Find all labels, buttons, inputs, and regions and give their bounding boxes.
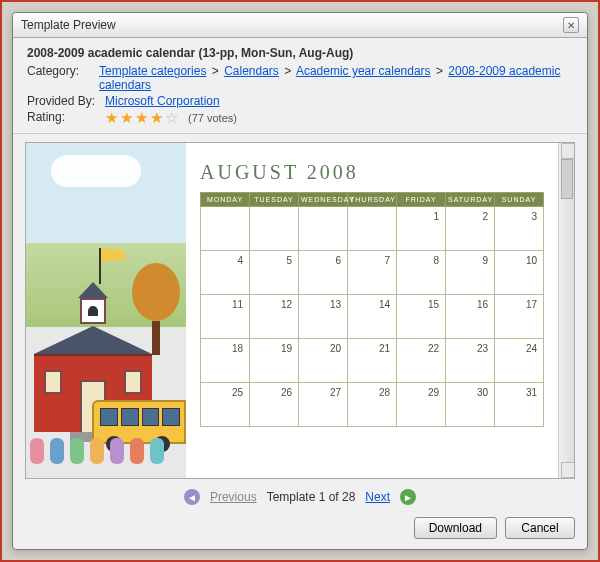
- calendar-cell: 14: [348, 295, 397, 339]
- provided-by-row: Provided By: Microsoft Corporation: [27, 94, 573, 108]
- illustration: [26, 143, 186, 478]
- calendar-cell: 6: [299, 251, 348, 295]
- scrollbar[interactable]: [558, 143, 574, 478]
- people-icon: [26, 438, 186, 468]
- breadcrumb-link[interactable]: Academic year calendars: [296, 64, 431, 78]
- calendar-cell: 2: [446, 207, 495, 251]
- calendar-cell: 5: [250, 251, 299, 295]
- rating-row: Rating: ★ ★ ★ ★ ☆ (77 votes): [27, 110, 573, 125]
- template-counter: Template 1 of 28: [267, 490, 356, 504]
- calendar-cell: 23: [446, 339, 495, 383]
- calendar-cell: 25: [201, 383, 250, 427]
- calendar-cell: [348, 207, 397, 251]
- calendar-cell: 13: [299, 295, 348, 339]
- breadcrumb-link[interactable]: Template categories: [99, 64, 206, 78]
- calendar-cell: 29: [397, 383, 446, 427]
- provided-by-label: Provided By:: [27, 94, 99, 108]
- rating-label: Rating:: [27, 110, 99, 125]
- calendar-cell: [201, 207, 250, 251]
- calendar-cell: 30: [446, 383, 495, 427]
- table-row: 25262728293031: [201, 383, 544, 427]
- day-header: TUESDAY: [250, 193, 299, 207]
- breadcrumb: Template categories > Calendars > Academ…: [99, 64, 573, 92]
- calendar-cell: 15: [397, 295, 446, 339]
- star-icon: ★: [120, 110, 133, 125]
- cancel-button[interactable]: Cancel: [505, 517, 575, 539]
- calendar-area: AUGUST 2008 MONDAY TUESDAY WEDNESDAY THU…: [186, 143, 558, 478]
- template-nav: ◄ Previous Template 1 of 28 Next ►: [13, 483, 587, 511]
- calendar-cell: 17: [495, 295, 544, 339]
- preview-content: AUGUST 2008 MONDAY TUESDAY WEDNESDAY THU…: [26, 143, 558, 478]
- table-row: 123: [201, 207, 544, 251]
- calendar-cell: 10: [495, 251, 544, 295]
- calendar-cell: 26: [250, 383, 299, 427]
- calendar-cell: 4: [201, 251, 250, 295]
- cloud-icon: [51, 155, 141, 187]
- day-header: WEDNESDAY: [299, 193, 348, 207]
- dialog-buttons: Download Cancel: [13, 511, 587, 549]
- arrow-right-icon[interactable]: ►: [400, 489, 416, 505]
- calendar-cell: 9: [446, 251, 495, 295]
- calendar-cell: 12: [250, 295, 299, 339]
- star-icon: ★: [150, 110, 163, 125]
- arrow-left-icon[interactable]: ◄: [184, 489, 200, 505]
- calendar-cell: 19: [250, 339, 299, 383]
- close-icon[interactable]: ✕: [563, 17, 579, 33]
- category-label: Category:: [27, 64, 93, 92]
- day-header: SUNDAY: [495, 193, 544, 207]
- table-row: 45678910: [201, 251, 544, 295]
- dialog-title: Template Preview: [21, 18, 116, 32]
- preview-panel: AUGUST 2008 MONDAY TUESDAY WEDNESDAY THU…: [25, 142, 575, 479]
- calendar-table: MONDAY TUESDAY WEDNESDAY THURSDAY FRIDAY…: [200, 192, 544, 427]
- calendar-cell: [299, 207, 348, 251]
- dialog-titlebar: Template Preview ✕: [13, 13, 587, 38]
- table-row: 18192021222324: [201, 339, 544, 383]
- calendar-cell: 31: [495, 383, 544, 427]
- previous-link[interactable]: Previous: [210, 490, 257, 504]
- star-icon: ★: [135, 110, 148, 125]
- rating-stars[interactable]: ★ ★ ★ ★ ☆ (77 votes): [105, 110, 237, 125]
- star-icon: ☆: [165, 110, 178, 125]
- calendar-month-title: AUGUST 2008: [200, 161, 544, 184]
- category-row: Category: Template categories > Calendar…: [27, 64, 573, 92]
- calendar-cell: 16: [446, 295, 495, 339]
- calendar-cell: 24: [495, 339, 544, 383]
- breadcrumb-link[interactable]: Calendars: [224, 64, 279, 78]
- calendar-cell: 8: [397, 251, 446, 295]
- template-preview-dialog: Template Preview ✕ 2008-2009 academic ca…: [12, 12, 588, 550]
- calendar-cell: 1: [397, 207, 446, 251]
- calendar-cell: 20: [299, 339, 348, 383]
- star-icon: ★: [105, 110, 118, 125]
- calendar-cell: 27: [299, 383, 348, 427]
- template-meta: 2008-2009 academic calendar (13-pp, Mon-…: [13, 38, 587, 134]
- calendar-header-row: MONDAY TUESDAY WEDNESDAY THURSDAY FRIDAY…: [201, 193, 544, 207]
- day-header: FRIDAY: [397, 193, 446, 207]
- download-button[interactable]: Download: [414, 517, 497, 539]
- day-header: MONDAY: [201, 193, 250, 207]
- calendar-cell: 18: [201, 339, 250, 383]
- next-link[interactable]: Next: [365, 490, 390, 504]
- calendar-cell: 3: [495, 207, 544, 251]
- table-row: 11121314151617: [201, 295, 544, 339]
- vote-count: (77 votes): [188, 112, 237, 124]
- calendar-cell: [250, 207, 299, 251]
- template-name: 2008-2009 academic calendar (13-pp, Mon-…: [27, 46, 573, 60]
- day-header: THURSDAY: [348, 193, 397, 207]
- calendar-cell: 11: [201, 295, 250, 339]
- day-header: SATURDAY: [446, 193, 495, 207]
- provided-by-link[interactable]: Microsoft Corporation: [105, 94, 220, 108]
- calendar-cell: 21: [348, 339, 397, 383]
- calendar-cell: 22: [397, 339, 446, 383]
- calendar-cell: 7: [348, 251, 397, 295]
- calendar-cell: 28: [348, 383, 397, 427]
